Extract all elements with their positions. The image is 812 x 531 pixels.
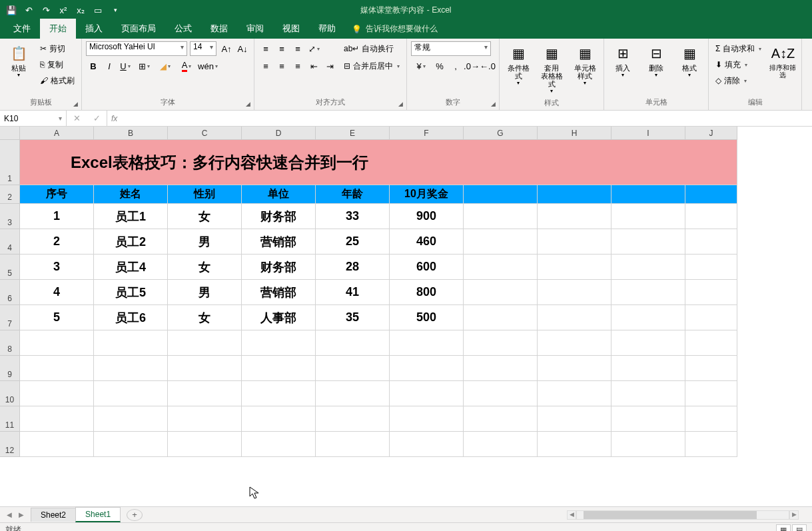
data-cell[interactable] (464, 432, 538, 457)
column-header-C[interactable]: C (168, 127, 242, 140)
row-header-8[interactable]: 8 (0, 330, 20, 356)
data-cell[interactable] (20, 330, 94, 356)
data-cell[interactable]: 男 (168, 280, 242, 305)
row-header-1[interactable]: 1 (0, 140, 20, 185)
data-cell[interactable] (685, 356, 737, 381)
underline-button[interactable]: U (118, 59, 133, 73)
row-header-2[interactable]: 2 (0, 185, 20, 204)
data-cell[interactable]: 员工5 (94, 280, 168, 305)
row-header-4[interactable]: 4 (0, 229, 20, 255)
data-cell[interactable] (611, 356, 685, 381)
sheet-nav-last-icon[interactable]: ▶ (16, 511, 27, 518)
align-right-icon[interactable]: ≡ (290, 59, 305, 73)
data-cell[interactable] (168, 356, 242, 381)
header-cell[interactable]: 姓名 (94, 185, 168, 204)
fill-color-button[interactable]: ◢ (155, 59, 175, 73)
data-cell[interactable] (168, 406, 242, 432)
copy-button[interactable]: ⎘复制 (37, 57, 77, 72)
data-cell[interactable] (611, 432, 685, 457)
number-format-select[interactable]: 常规 (411, 41, 491, 56)
data-cell[interactable] (685, 406, 737, 432)
data-cell[interactable] (242, 432, 316, 457)
data-cell[interactable]: 男 (168, 229, 242, 255)
wrap-text-button[interactable]: ab↵自动换行 (341, 41, 402, 56)
data-cell[interactable]: 900 (390, 204, 464, 229)
font-color-button[interactable]: A (177, 59, 197, 73)
data-cell[interactable]: 营销部 (242, 280, 316, 305)
data-cell[interactable] (94, 432, 168, 457)
orientation-icon[interactable]: ⤢ (306, 41, 321, 56)
italic-button[interactable]: I (102, 59, 117, 73)
conditional-format-button[interactable]: ▦条件格式▾ (504, 41, 533, 89)
header-cell[interactable] (611, 185, 685, 204)
data-cell[interactable] (242, 356, 316, 381)
column-header-D[interactable]: D (242, 127, 316, 140)
data-cell[interactable] (464, 381, 538, 406)
data-cell[interactable]: 500 (390, 305, 464, 330)
cell-style-button[interactable]: ▦单元格样式▾ (570, 41, 600, 89)
data-cell[interactable] (20, 406, 94, 432)
page-layout-view-icon[interactable]: ▤ (792, 524, 807, 532)
data-cell[interactable]: 25 (316, 229, 390, 255)
column-header-A[interactable]: A (20, 127, 94, 140)
data-cell[interactable] (538, 356, 611, 381)
data-cell[interactable]: 女 (168, 305, 242, 330)
data-cell[interactable] (538, 330, 611, 356)
data-cell[interactable] (94, 330, 168, 356)
data-cell[interactable] (94, 381, 168, 406)
touch-mode-icon[interactable]: ▭ (91, 3, 105, 17)
data-cell[interactable] (611, 204, 685, 229)
comma-icon[interactable]: , (448, 59, 463, 73)
row-header-10[interactable]: 10 (0, 381, 20, 406)
data-cell[interactable] (464, 229, 538, 255)
data-cell[interactable] (611, 280, 685, 305)
row-header-12[interactable]: 12 (0, 432, 20, 457)
data-cell[interactable] (685, 305, 737, 330)
data-cell[interactable]: 33 (316, 204, 390, 229)
bold-button[interactable]: B (86, 59, 101, 73)
sheet-tab-sheet2[interactable]: Sheet2 (31, 508, 76, 522)
header-cell[interactable] (538, 185, 611, 204)
column-header-E[interactable]: E (316, 127, 390, 140)
data-cell[interactable] (538, 280, 611, 305)
data-cell[interactable] (538, 204, 611, 229)
header-cell[interactable]: 性别 (168, 185, 242, 204)
undo-icon[interactable]: ↶ (21, 3, 36, 17)
cancel-formula-icon[interactable]: ✕ (67, 113, 87, 123)
data-cell[interactable] (242, 406, 316, 432)
data-cell[interactable]: 财务部 (242, 204, 316, 229)
data-cell[interactable] (316, 356, 390, 381)
row-header-7[interactable]: 7 (0, 305, 20, 330)
data-cell[interactable] (464, 406, 538, 432)
select-all-corner[interactable] (0, 127, 20, 140)
column-header-B[interactable]: B (94, 127, 168, 140)
data-cell[interactable]: 600 (390, 255, 464, 280)
scroll-right-icon[interactable]: ▶ (789, 510, 799, 520)
scroll-left-icon[interactable]: ◀ (567, 510, 576, 520)
decrease-decimal-icon[interactable]: ←.0 (480, 59, 495, 73)
header-cell[interactable] (685, 185, 737, 204)
data-cell[interactable] (168, 432, 242, 457)
column-header-F[interactable]: F (390, 127, 464, 140)
data-cell[interactable] (464, 305, 538, 330)
font-size-select[interactable]: 14 (190, 41, 216, 56)
data-cell[interactable] (242, 381, 316, 406)
data-cell[interactable] (464, 280, 538, 305)
format-button[interactable]: ▦格式▾ (675, 41, 704, 81)
border-button[interactable]: ⊞ (134, 59, 154, 73)
horizontal-scrollbar[interactable]: ◀ ▶ (143, 510, 812, 520)
number-dialog-launcher[interactable]: ◢ (488, 99, 498, 109)
formula-input[interactable]: fx (107, 111, 812, 126)
sheet-nav-first-icon[interactable]: ◀ (4, 511, 15, 518)
data-cell[interactable] (242, 330, 316, 356)
data-cell[interactable] (390, 381, 464, 406)
data-cell[interactable] (538, 229, 611, 255)
currency-icon[interactable]: ¥ (411, 59, 431, 73)
data-cell[interactable] (538, 432, 611, 457)
data-cell[interactable] (316, 432, 390, 457)
data-cell[interactable]: 3 (20, 255, 94, 280)
clear-button[interactable]: ◇清除 (713, 73, 764, 88)
data-cell[interactable] (94, 406, 168, 432)
data-cell[interactable] (316, 406, 390, 432)
header-cell[interactable]: 单位 (242, 185, 316, 204)
